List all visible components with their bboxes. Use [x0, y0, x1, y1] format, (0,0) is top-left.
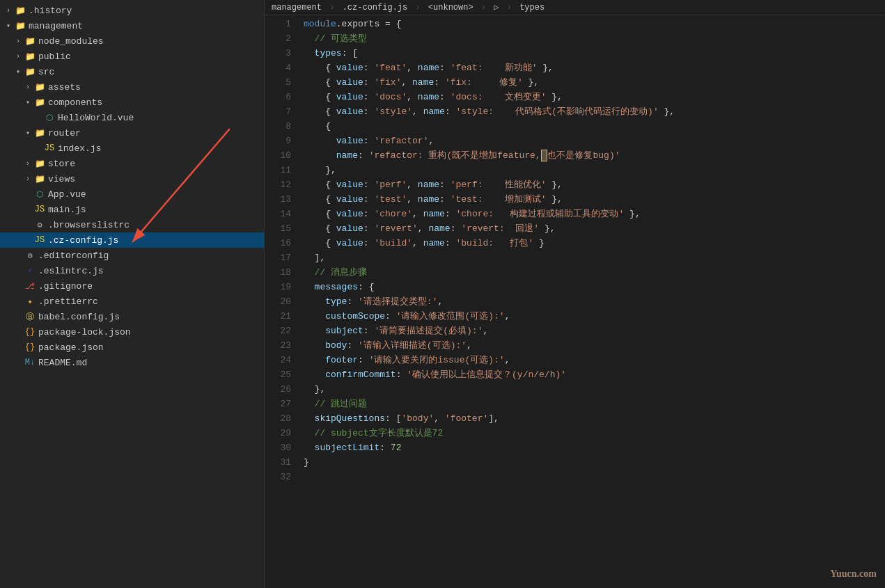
- breadcrumb-separator: ›: [410, 3, 425, 13]
- token-punc: :: [379, 443, 391, 453]
- token-str: 'feat': [374, 63, 407, 73]
- code-line: types: [: [304, 46, 885, 61]
- sidebar-label: management: [29, 21, 83, 31]
- token-punc: :: [358, 150, 369, 161]
- line-number: 8: [272, 119, 291, 134]
- token-punc: [304, 136, 336, 146]
- token-punc: ,: [412, 238, 423, 248]
- token-prop: value: [336, 238, 363, 248]
- sidebar-item-.browserslistrc[interactable]: ⚙.browserslistrc: [0, 217, 264, 232]
- sidebar-item-package.json[interactable]: {}package.json: [0, 340, 264, 355]
- code-line: { value: 'perf', name: 'perf: 性能优化' },: [304, 177, 885, 192]
- sidebar-item-.gitignore[interactable]: ⎇.gitignore: [0, 278, 264, 294]
- sidebar-item-src[interactable]: 📁src: [0, 64, 264, 79]
- sidebar-item-router[interactable]: 📁router: [0, 125, 264, 141]
- js-icon: JS: [33, 205, 46, 214]
- token-str: 'test': [374, 194, 407, 205]
- line-number: 14: [272, 207, 291, 221]
- line-number: 12: [272, 177, 291, 192]
- sidebar-item-.prettierrc[interactable]: ✦.prettierrc: [0, 294, 264, 309]
- sidebar-item-package-lock.json[interactable]: {}package-lock.json: [0, 324, 264, 340]
- sidebar-item-assets[interactable]: 📁assets: [0, 79, 264, 95]
- token-punc: [304, 296, 325, 307]
- token-prop: types: [315, 48, 342, 58]
- json-icon: {}: [24, 327, 36, 337]
- code-line: // 跳过问题: [304, 397, 885, 411]
- folder-icon: 📁: [33, 159, 46, 169]
- token-punc: },: [547, 180, 563, 190]
- token-punc: {: [304, 180, 336, 190]
- line-number: 6: [272, 90, 291, 104]
- editor-area: management › .cz-config.js › <unknown> ›…: [265, 0, 885, 588]
- sidebar-item-views[interactable]: 📁views: [0, 171, 264, 186]
- sidebar-item-management[interactable]: 📁management: [0, 18, 264, 33]
- token-punc: : [: [342, 48, 358, 58]
- token-punc: [304, 443, 315, 453]
- token-prop: name: [423, 209, 445, 219]
- code-lines[interactable]: module.exports = { // 可选类型 types: [ { va…: [298, 15, 885, 588]
- sidebar-item-main.js[interactable]: JSmain.js: [0, 202, 264, 217]
- js-icon: JS: [43, 143, 56, 153]
- token-prop: name: [418, 63, 439, 73]
- token-punc: :: [363, 238, 375, 248]
- sidebar-label: components: [48, 97, 102, 108]
- sidebar-item-babel.config.js[interactable]: Ⓑbabel.config.js: [0, 309, 264, 324]
- token-punc: ,: [401, 77, 412, 88]
- vue-icon: ⬡: [43, 113, 56, 123]
- sidebar-item-HelloWorld.vue[interactable]: ⬡HelloWorld.vue: [0, 110, 264, 125]
- code-area[interactable]: 1234567891011121314151617181920212223242…: [265, 15, 885, 588]
- token-punc: :: [363, 92, 375, 102]
- sidebar-item-components[interactable]: 📁components: [0, 95, 264, 110]
- code-line: },: [304, 163, 885, 177]
- token-punc: [304, 48, 315, 58]
- sidebar-item-.editorconfig[interactable]: ⚙.editorconfig: [0, 248, 264, 263]
- token-str: 'docs': [374, 92, 407, 102]
- sidebar-item-index.js[interactable]: JSindex.js: [0, 141, 264, 156]
- sidebar-label: assets: [48, 82, 81, 93]
- token-prop: confirmCommit: [325, 370, 395, 380]
- token-punc: {: [304, 209, 336, 219]
- token-punc: :: [363, 194, 375, 205]
- token-str: 'revert': [374, 223, 417, 234]
- token-prop: name: [423, 106, 445, 117]
- token-punc: ],: [488, 413, 499, 424]
- token-str: '确认使用以上信息提交？(y/n/e/h)': [407, 370, 566, 380]
- code-line: {: [304, 119, 885, 134]
- sidebar-item-history[interactable]: 📁.history: [0, 3, 264, 18]
- token-prop: value: [336, 106, 363, 117]
- sidebar-item-.eslintrc.js[interactable]: ⚡.eslintrc.js: [0, 263, 264, 278]
- token-punc: ,: [418, 223, 429, 234]
- sidebar-label: .eslintrc.js: [38, 266, 104, 276]
- sidebar-item-App.vue[interactable]: ⬡App.vue: [0, 186, 264, 202]
- code-line: body: '请输入详细描述(可选):',: [304, 338, 885, 353]
- sidebar-item-store[interactable]: 📁store: [0, 156, 264, 171]
- token-punc: {: [304, 238, 336, 248]
- code-line: // subject文字长度默认是72: [304, 426, 885, 440]
- code-line: { value: 'docs', name: 'docs: 文档变更' },: [304, 90, 885, 104]
- token-punc: [304, 311, 325, 321]
- code-line: customScope: '请输入修改范围(可选):',: [304, 309, 885, 324]
- token-str: '请简要描述提交(必填):': [374, 326, 483, 336]
- json-icon: {}: [24, 342, 36, 352]
- token-prop: value: [336, 209, 363, 219]
- token-cmt: // 可选类型: [304, 33, 367, 44]
- sidebar-item-README.md[interactable]: M↓README.md: [0, 355, 264, 370]
- token-punc: [304, 326, 325, 336]
- token-cmt: // 跳过问题: [304, 399, 367, 409]
- token-punc: ,: [407, 63, 418, 73]
- chevron-icon: [13, 67, 24, 76]
- token-str: 'body': [401, 413, 434, 424]
- chevron-icon: [13, 38, 24, 45]
- sidebar-label: views: [48, 174, 75, 184]
- sidebar-item-node_modules[interactable]: 📁node_modules: [0, 33, 264, 49]
- folder-icon: 📁: [24, 36, 36, 47]
- token-prop: value: [336, 223, 363, 234]
- token-str: 'perf: 性能优化': [451, 180, 547, 190]
- sidebar-item-public[interactable]: 📁public: [0, 49, 264, 64]
- code-line: name: 'refactor: 重构(既不是增加feature, 也不是修复b…: [304, 148, 885, 163]
- sidebar-item-.cz-config.js[interactable]: JS.cz-config.js: [0, 232, 264, 248]
- token-punc: :: [363, 326, 375, 336]
- token-str: 'chore': [374, 209, 412, 219]
- line-number: 26: [272, 382, 291, 397]
- token-prop: body: [325, 340, 347, 351]
